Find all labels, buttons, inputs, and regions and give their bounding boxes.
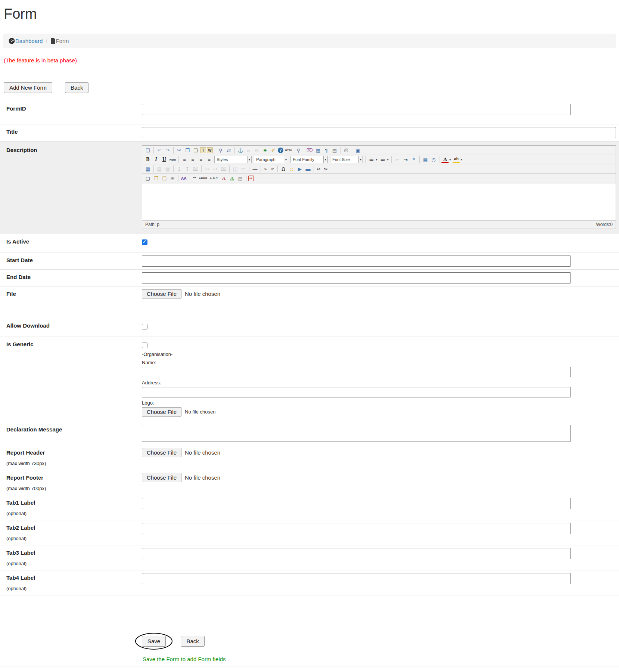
insert-row-after-icon[interactable]: ↧	[184, 165, 191, 173]
bullet-list-arrow[interactable]: ▾	[375, 156, 378, 163]
delete-row-icon[interactable]: ⌧	[192, 165, 199, 173]
redo-icon[interactable]: ↷	[164, 146, 171, 154]
print-icon[interactable]: ⎙	[342, 146, 350, 154]
file-choose-button[interactable]: Choose File	[142, 289, 181, 298]
split-cells-icon[interactable]: ◫	[231, 165, 239, 173]
unlink-icon[interactable]: ⊘	[253, 146, 261, 154]
back-button-top[interactable]: Back	[65, 82, 88, 93]
styles-select[interactable]: Styles▾	[214, 156, 252, 163]
editor-content-area[interactable]	[142, 183, 616, 220]
delete-col-icon[interactable]: ⌧	[220, 165, 227, 173]
allow-download-checkbox[interactable]	[142, 324, 147, 329]
abbreviation-icon[interactable]: ABBR	[198, 174, 208, 182]
blockquote-icon[interactable]: ❝	[410, 156, 417, 163]
image-icon[interactable]: ♣	[261, 146, 269, 154]
insert-row-before-icon[interactable]: ↥	[175, 165, 183, 173]
find-replace-icon[interactable]: ⇄	[225, 146, 233, 154]
is-generic-checkbox[interactable]	[142, 343, 147, 348]
bold-icon[interactable]: B	[144, 156, 152, 163]
new-document-icon[interactable]: ❏	[144, 146, 152, 154]
italic-icon[interactable]: I	[152, 156, 160, 163]
horizontal-rule-icon[interactable]: —	[251, 165, 259, 173]
html-source-icon[interactable]: HTML	[284, 146, 294, 154]
save-button[interactable]: Save	[142, 636, 166, 647]
insert-col-after-icon[interactable]: ↦	[212, 165, 219, 173]
table-cell-props-icon[interactable]: ▥	[164, 165, 171, 173]
strikethrough-icon[interactable]: ABC	[169, 156, 177, 163]
end-date-input[interactable]	[142, 272, 571, 284]
attributes-icon[interactable]: ▤	[237, 174, 244, 182]
numbered-list-icon[interactable]: ≕	[379, 156, 386, 163]
outdent-icon[interactable]: ⇤	[394, 156, 401, 163]
nonbreaking-icon[interactable]: ↵	[248, 176, 254, 181]
indent-icon[interactable]: ⇥	[402, 156, 409, 163]
rtl-icon[interactable]: ¶◂	[323, 165, 329, 173]
paste-from-word-icon[interactable]: W	[207, 147, 213, 153]
declaration-textarea[interactable]	[142, 425, 571, 442]
paste-icon[interactable]: ❑	[192, 146, 199, 154]
paragraph-select[interactable]: Paragraph▾	[254, 156, 288, 163]
insert-col-before-icon[interactable]: ↤	[203, 165, 211, 173]
highlight-color-icon[interactable]: ab	[452, 157, 460, 163]
subscript-icon[interactable]: x₂	[263, 165, 269, 173]
text-color-arrow[interactable]: ▾	[448, 156, 452, 163]
insert-layer-icon[interactable]: ⊞	[169, 174, 176, 182]
page-break-icon[interactable]: =	[255, 174, 262, 182]
logo-choose-button[interactable]: Choose File	[142, 407, 181, 416]
underline-icon[interactable]: U	[161, 156, 168, 163]
insertion-icon[interactable]: A	[228, 174, 236, 182]
tab4-input[interactable]	[142, 573, 571, 584]
ltr-icon[interactable]: ▸¶	[316, 165, 322, 173]
insert-table-icon[interactable]: ▦	[314, 146, 322, 154]
tab2-input[interactable]	[142, 523, 571, 534]
title-input[interactable]	[142, 127, 616, 138]
formid-input[interactable]	[142, 104, 571, 115]
add-new-form-button[interactable]: Add New Form	[4, 82, 52, 93]
back-button-bottom[interactable]: Back	[181, 636, 204, 647]
tab3-input[interactable]	[142, 548, 571, 559]
report-header-choose-button[interactable]: Choose File	[142, 448, 181, 457]
style-props-icon[interactable]: AA	[180, 174, 187, 182]
move-forward-icon[interactable]: ❐	[152, 174, 160, 182]
align-left-icon[interactable]: ≡	[181, 156, 188, 163]
cleanup-icon[interactable]: ✐	[270, 146, 277, 154]
text-color-icon[interactable]: A	[441, 157, 449, 163]
help-icon[interactable]: ?	[278, 148, 283, 153]
organisation-address-input[interactable]	[142, 387, 571, 397]
table-row-props-icon[interactable]: ▤	[156, 165, 163, 173]
fullscreen-icon[interactable]: ▣	[354, 146, 361, 154]
special-char-icon[interactable]: Ω	[280, 165, 287, 173]
is-active-checkbox[interactable]	[142, 239, 147, 245]
font-size-select[interactable]: Font Size▾	[330, 156, 363, 163]
anchor-icon[interactable]: ⚓	[237, 146, 244, 154]
numbered-list-arrow[interactable]: ▾	[386, 156, 389, 163]
undo-icon[interactable]: ↶	[156, 146, 163, 154]
superscript-icon[interactable]: x²	[270, 165, 276, 173]
visual-aid-icon[interactable]: ▢	[144, 174, 152, 182]
highlight-color-arrow[interactable]: ▾	[460, 156, 463, 163]
start-date-input[interactable]	[142, 256, 571, 267]
move-backward-icon[interactable]: ❏	[161, 174, 168, 182]
insert-time-icon[interactable]: ◷	[430, 156, 437, 163]
edit-table-icon[interactable]: ▦	[144, 165, 152, 173]
breadcrumb-dashboard-link[interactable]: Dashboard	[9, 38, 43, 44]
align-justify-icon[interactable]: ≡	[205, 156, 213, 163]
deletion-icon[interactable]: A	[220, 174, 228, 182]
show-blocks-icon[interactable]: ¶	[323, 146, 330, 154]
remove-format-icon[interactable]: ⌦	[306, 146, 314, 154]
link-icon[interactable]: ∞	[245, 146, 252, 154]
merge-cells-icon[interactable]: ▭	[240, 165, 247, 173]
organisation-name-input[interactable]	[142, 367, 571, 377]
bullet-list-icon[interactable]: ≔	[368, 156, 375, 163]
paste-as-text-icon[interactable]: T	[200, 147, 206, 153]
font-family-select[interactable]: Font Family▾	[290, 156, 328, 163]
tab1-input[interactable]	[142, 498, 571, 509]
preview-icon[interactable]: ⚲	[295, 146, 302, 154]
citation-icon[interactable]: ❝❞	[191, 174, 197, 182]
media-icon[interactable]: ▶	[296, 165, 304, 173]
insert-date-icon[interactable]: ▦	[422, 156, 429, 163]
find-icon[interactable]: ⚲	[217, 146, 224, 154]
emoticons-icon[interactable]: ☺	[288, 165, 295, 173]
advanced-hr-icon[interactable]: ▬	[304, 165, 312, 173]
report-footer-choose-button[interactable]: Choose File	[142, 473, 181, 482]
